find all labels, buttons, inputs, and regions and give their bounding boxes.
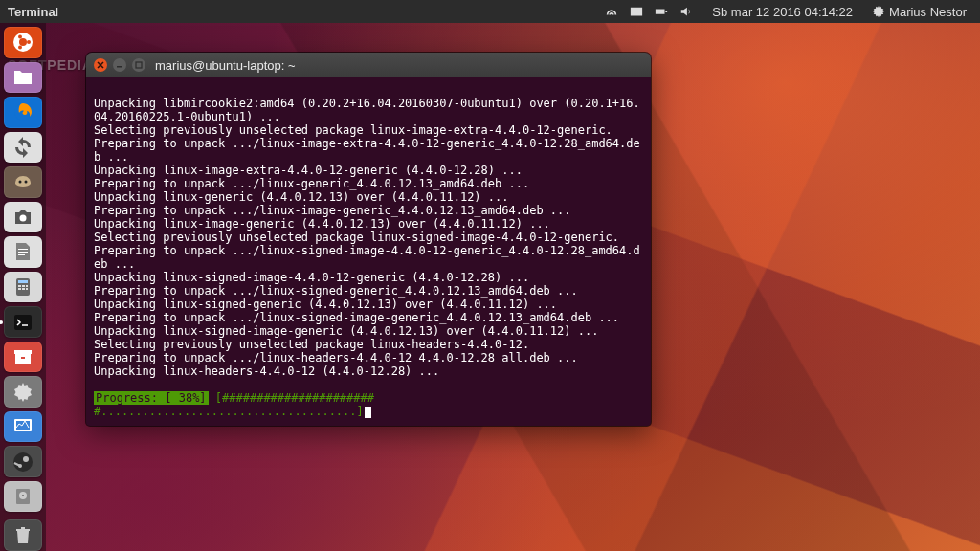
top-menubar: Terminal Sb mar 12 2016 04:14:22 Marius …: [0, 0, 980, 23]
terminal-window[interactable]: marius@ubuntu-laptop: ~ Unpacking libmir…: [86, 53, 651, 426]
mail-icon[interactable]: [630, 5, 643, 18]
svg-rect-18: [21, 357, 25, 359]
launcher-updater[interactable]: [4, 132, 42, 164]
unity-launcher: [0, 23, 46, 551]
active-app-name: Terminal: [8, 5, 58, 19]
terminal-line: Selecting previously unselected package …: [94, 123, 643, 137]
terminal-line: Unpacking linux-headers-4.4.0-12 (4.4.0-…: [94, 364, 643, 378]
launcher-firefox[interactable]: [4, 97, 42, 128]
svg-rect-14: [18, 288, 21, 290]
svg-point-25: [22, 495, 24, 496]
launcher-texteditor[interactable]: [4, 236, 42, 268]
terminal-line: Selecting previously unselected package …: [94, 231, 643, 244]
svg-point-6: [19, 181, 22, 184]
launcher-gimp[interactable]: [4, 166, 42, 198]
svg-point-7: [25, 181, 28, 184]
window-minimize-button[interactable]: [113, 58, 126, 72]
terminal-line: Preparing to unpack .../linux-generic_4.…: [94, 177, 643, 190]
svg-rect-10: [18, 280, 28, 283]
terminal-line: Selecting previously unselected package …: [94, 338, 643, 351]
launcher-calculator[interactable]: [4, 272, 42, 303]
terminal-line: Preparing to unpack .../linux-image-extr…: [94, 137, 643, 164]
user-name: Marius Nestor: [889, 5, 967, 19]
terminal-line: Unpacking linux-image-extra-4.4.0-12-gen…: [94, 164, 643, 177]
svg-point-1: [19, 38, 27, 46]
terminal-output[interactable]: Unpacking libmircookie2:amd64 (0.20.2+16…: [86, 77, 651, 426]
launcher-settings[interactable]: [4, 376, 42, 408]
terminal-line: Unpacking libmircookie2:amd64 (0.20.2+16…: [94, 97, 643, 123]
svg-rect-16: [26, 288, 28, 290]
terminal-line: Preparing to unpack .../linux-headers-4.…: [94, 351, 643, 364]
launcher-trash[interactable]: [4, 519, 42, 551]
launcher-terminal[interactable]: [4, 306, 42, 338]
svg-rect-13: [26, 285, 28, 287]
svg-rect-11: [18, 285, 21, 287]
window-titlebar[interactable]: marius@ubuntu-laptop: ~: [86, 53, 651, 77]
terminal-line: Preparing to unpack .../linux-signed-ima…: [94, 311, 643, 324]
launcher-screenshot[interactable]: [4, 202, 42, 233]
terminal-line: Unpacking linux-signed-image-4.4.0-12-ge…: [94, 271, 643, 284]
svg-rect-12: [22, 285, 25, 287]
user-menu[interactable]: Marius Nestor: [872, 5, 967, 19]
svg-point-3: [18, 35, 22, 39]
svg-rect-17: [14, 315, 32, 330]
terminal-line: Unpacking linux-image-generic (4.4.0.12.…: [94, 217, 643, 231]
svg-point-2: [27, 40, 31, 44]
svg-rect-26: [117, 66, 122, 68]
window-title: marius@ubuntu-laptop: ~: [155, 58, 296, 73]
svg-point-21: [23, 456, 29, 462]
battery-icon[interactable]: [655, 5, 668, 18]
terminal-line: Preparing to unpack .../linux-image-gene…: [94, 204, 643, 217]
launcher-monitor[interactable]: [4, 411, 42, 443]
clock[interactable]: Sb mar 12 2016 04:14:22: [712, 5, 853, 19]
terminal-line: Unpacking linux-generic (4.4.0.12.13) ov…: [94, 190, 643, 204]
svg-point-20: [13, 452, 33, 472]
terminal-line: Preparing to unpack .../linux-signed-ima…: [94, 244, 643, 271]
gear-icon: [872, 5, 885, 18]
network-icon[interactable]: [605, 5, 618, 18]
svg-rect-27: [136, 62, 142, 68]
terminal-line: Unpacking linux-signed-image-generic (4.…: [94, 324, 643, 338]
launcher-files[interactable]: [4, 62, 42, 94]
launcher-dash[interactable]: [4, 27, 42, 58]
window-close-button[interactable]: [94, 58, 107, 72]
terminal-line: Preparing to unpack .../linux-signed-gen…: [94, 284, 643, 298]
launcher-disks[interactable]: [4, 481, 42, 513]
volume-icon[interactable]: [679, 5, 693, 18]
window-maximize-button[interactable]: [132, 58, 145, 72]
terminal-line: Unpacking linux-signed-generic (4.4.0.12…: [94, 298, 643, 311]
svg-point-8: [20, 214, 27, 221]
apt-progress: Progress: [ 38%] [######################…: [94, 391, 643, 418]
svg-rect-15: [22, 288, 25, 290]
launcher-archive[interactable]: [4, 342, 42, 373]
launcher-steam[interactable]: [4, 446, 42, 477]
svg-point-4: [18, 46, 22, 50]
